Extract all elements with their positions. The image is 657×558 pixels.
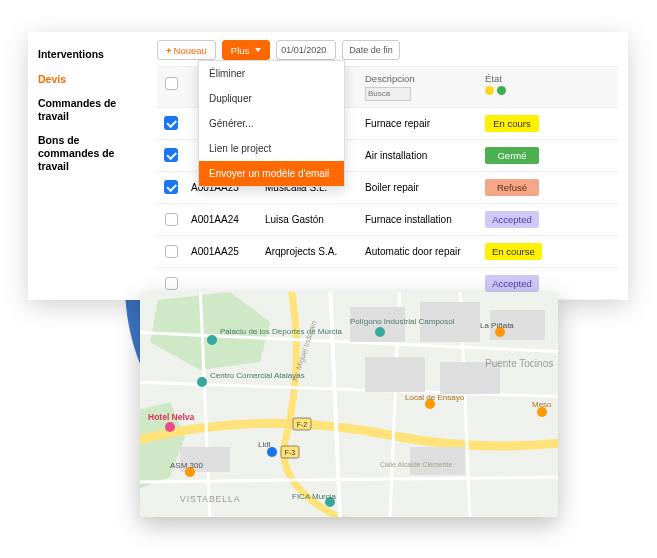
dropdown-item-eliminer[interactable]: Éliminer (199, 61, 344, 86)
select-all-checkbox[interactable] (165, 77, 178, 90)
map-label-asm: ASM 300 (170, 461, 203, 470)
table-row[interactable]: A001AA24Luisa GastónFurnace installation… (157, 204, 618, 236)
row-client: Luisa Gastón (265, 214, 365, 225)
map-label-puente: Puente Tocinos (485, 358, 553, 369)
sidebar-item-interventions[interactable]: Interventions (28, 42, 149, 67)
plus-dropdown-button[interactable]: Plus (222, 40, 270, 60)
map-label-lidl: Lidl (258, 440, 271, 449)
status-badge: En course (485, 243, 542, 260)
row-checkbox[interactable] (164, 116, 178, 130)
map-road-clemente: Calle Alcalde Clemente (380, 461, 452, 468)
map-canvas[interactable]: F-2 F-3 Palacio de los Deportes de Murci… (140, 292, 558, 517)
sidebar-item-bons[interactable]: Bons de commandes de travail (28, 128, 149, 178)
table-row[interactable]: A001AA25Arqprojects S.A.Automatic door r… (157, 236, 618, 268)
sidebar-item-devis[interactable]: Devis (28, 67, 149, 92)
desc-search-input[interactable] (365, 87, 411, 101)
status-badge: En cours (485, 115, 539, 132)
status-badge: Refusé (485, 179, 539, 196)
row-desc: Boiler repair (365, 182, 485, 193)
new-button-label: Noueau (174, 45, 207, 56)
map-label-nelva: Hotel Nelva (148, 412, 195, 422)
svg-point-12 (207, 335, 217, 345)
state-dot-yellow[interactable] (485, 86, 494, 95)
row-id: A001AA25 (191, 246, 265, 257)
row-checkbox[interactable] (164, 180, 178, 194)
svg-text:F-2: F-2 (297, 421, 308, 428)
map-label-ensayo: Local de Ensayo (405, 393, 465, 402)
row-desc: Furnace installation (365, 214, 485, 225)
sidebar: Interventions Devis Commandes de travail… (28, 32, 149, 300)
map-label-meso: Meso (532, 400, 552, 409)
status-badge: Accepted (485, 211, 539, 228)
svg-text:F-3: F-3 (285, 449, 296, 456)
map-label-vistabella: VISTABELLA (180, 494, 240, 504)
svg-rect-4 (365, 357, 425, 392)
dropdown-item-dupliquer[interactable]: Dupliquer (199, 86, 344, 111)
header-state-label: État (485, 73, 551, 84)
dropdown-item-lien[interactable]: Lien le project (199, 136, 344, 161)
date-start-input[interactable] (276, 40, 336, 60)
row-desc: Air installation (365, 150, 485, 161)
date-end-button[interactable]: Date de fin (342, 40, 400, 60)
header-desc-label: Descripcion (365, 73, 485, 84)
svg-point-14 (165, 422, 175, 432)
map-widget[interactable]: F-2 F-3 Palacio de los Deportes de Murci… (140, 292, 558, 517)
toolbar: + Noueau Plus Date de fin (157, 40, 618, 60)
chevron-down-icon (255, 48, 261, 52)
plus-icon: + (166, 45, 172, 56)
map-label-palacio: Palacio de los Deportes de Murcia (220, 327, 342, 336)
status-badge: Accepted (485, 275, 539, 292)
dropdown-item-generer[interactable]: Générer... (199, 111, 344, 136)
plus-dropdown-menu: Éliminer Dupliquer Générer... Lien le pr… (198, 60, 345, 187)
row-desc: Automatic door repair (365, 246, 485, 257)
row-checkbox[interactable] (165, 213, 178, 226)
row-id: A001AA24 (191, 214, 265, 225)
sidebar-item-commandes[interactable]: Commandes de travail (28, 91, 149, 128)
svg-point-13 (197, 377, 207, 387)
dropdown-item-envoyer[interactable]: Envoyer un modèle d'email (199, 161, 344, 186)
row-checkbox[interactable] (164, 148, 178, 162)
status-badge: Germé (485, 147, 539, 164)
plus-dropdown-label: Plus (231, 45, 249, 56)
row-checkbox[interactable] (165, 245, 178, 258)
row-client: Arqprojects S.A. (265, 246, 365, 257)
map-label-pinata: La Piñata (480, 321, 514, 330)
row-checkbox[interactable] (165, 277, 178, 290)
svg-point-18 (375, 327, 385, 337)
new-button[interactable]: + Noueau (157, 40, 216, 60)
map-label-poligono: Polígono Industrial Camposol (350, 317, 455, 326)
row-desc: Furnace repair (365, 118, 485, 129)
state-dot-green[interactable] (497, 86, 506, 95)
map-label-fica: FICA Murcia (292, 492, 337, 501)
